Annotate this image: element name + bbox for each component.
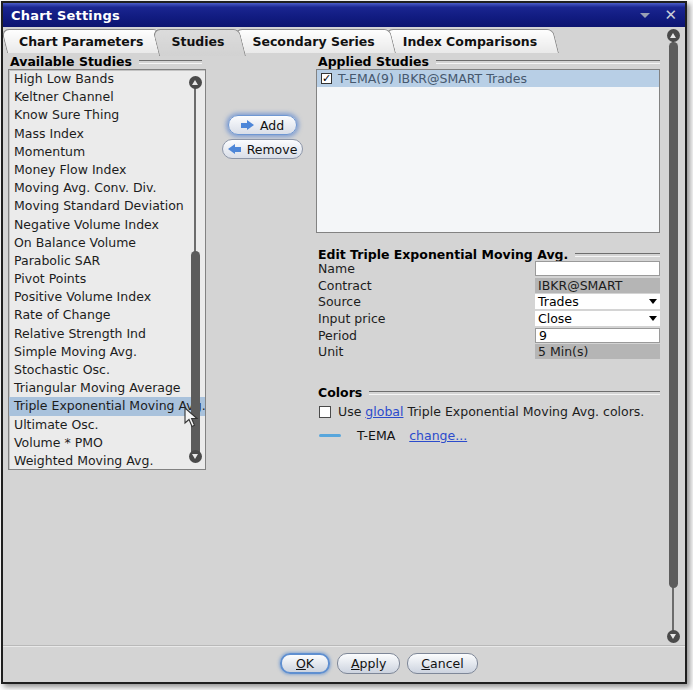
- ok-button[interactable]: OK: [280, 653, 330, 674]
- available-study-item[interactable]: Parabolic SAR: [9, 252, 205, 270]
- tab-studies[interactable]: Studies: [159, 29, 246, 53]
- t-ema-color-swatch: [319, 434, 341, 437]
- apply-button[interactable]: Apply: [337, 653, 400, 674]
- scroll-down-icon[interactable]: [189, 450, 202, 463]
- tab-index-comparisons[interactable]: Index Comparisons: [391, 29, 559, 53]
- field-label: Contract: [318, 278, 535, 293]
- global-link[interactable]: global: [365, 404, 403, 419]
- form-row: Unit5 Min(s): [318, 343, 660, 360]
- available-study-item[interactable]: Volume * PMO: [9, 434, 205, 452]
- field-label: Input price: [318, 311, 535, 326]
- scroll-down-icon[interactable]: [667, 630, 680, 643]
- use-global-checkbox[interactable]: [319, 406, 331, 418]
- available-study-item[interactable]: Rate of Change: [9, 306, 205, 324]
- available-study-item[interactable]: Pivot Points: [9, 270, 205, 288]
- form-row: Input priceClose: [318, 310, 660, 327]
- available-study-item[interactable]: Stochastic Osc.: [9, 361, 205, 379]
- scroll-up-icon[interactable]: [189, 76, 202, 89]
- available-study-item[interactable]: Moving Standard Deviation: [9, 197, 205, 215]
- applied-studies-list[interactable]: ✓T-EMA(9) IBKR@SMART Trades: [316, 69, 660, 233]
- available-study-item[interactable]: Simple Moving Avg.: [9, 343, 205, 361]
- form-row: Period9: [318, 327, 660, 344]
- chevron-down-icon[interactable]: [649, 316, 657, 321]
- available-studies-list[interactable]: High Low BandsKeltner ChannelKnow Sure T…: [8, 69, 206, 470]
- dialog-scrollbar[interactable]: [666, 29, 681, 643]
- remove-button[interactable]: Remove: [222, 139, 303, 159]
- chart-settings-dialog: Chart Settings ✕ Chart Parameters Studie…: [1, 1, 687, 684]
- study-enabled-checkbox[interactable]: ✓: [321, 73, 332, 84]
- source-field[interactable]: Trades: [535, 294, 660, 309]
- colors-heading: Colors: [318, 385, 660, 400]
- available-study-item[interactable]: Ultimate Osc.: [9, 416, 205, 434]
- field-label: Period: [318, 328, 535, 343]
- field-label: Source: [318, 294, 535, 309]
- available-study-item[interactable]: Moving Avg. Conv. Div.: [9, 179, 205, 197]
- available-study-item[interactable]: Relative Strength Ind: [9, 325, 205, 343]
- available-study-item[interactable]: Know Sure Thing: [9, 106, 205, 124]
- available-studies-heading: Available Studies: [10, 54, 202, 69]
- tab-bar: Chart Parameters Studies Secondary Serie…: [7, 28, 665, 53]
- input-price-field[interactable]: Close: [535, 311, 660, 326]
- arrow-right-icon: [241, 120, 254, 130]
- available-study-item[interactable]: Weighted Moving Avg.: [9, 452, 205, 470]
- add-button[interactable]: Add: [228, 115, 297, 135]
- window-menu-caret-icon[interactable]: [640, 13, 650, 18]
- arrow-left-icon: [228, 144, 241, 154]
- footer-buttons: OK Apply Cancel: [280, 653, 478, 674]
- change-color-link[interactable]: change...: [409, 428, 467, 443]
- form-row: Name: [318, 260, 660, 277]
- available-study-item[interactable]: Positive Volume Index: [9, 288, 205, 306]
- form-row: SourceTrades: [318, 293, 660, 310]
- available-study-item[interactable]: Triple Exponential Moving Avg.: [9, 397, 205, 415]
- tab-secondary-series[interactable]: Secondary Series: [240, 29, 396, 53]
- scroll-up-icon[interactable]: [667, 29, 680, 42]
- contract-field: IBKR@SMART: [535, 278, 660, 293]
- close-icon[interactable]: ✕: [664, 8, 677, 23]
- unit-field: 5 Min(s): [535, 344, 660, 359]
- scrollbar-thumb[interactable]: [669, 42, 678, 588]
- form-row: ContractIBKR@SMART: [318, 277, 660, 294]
- series-label: T-EMA: [357, 428, 395, 443]
- cancel-button[interactable]: Cancel: [407, 653, 477, 674]
- field-label: Name: [318, 261, 535, 276]
- series-color-row: T-EMA change...: [319, 428, 467, 443]
- footer-separator: [3, 645, 685, 647]
- chevron-down-icon[interactable]: [649, 299, 657, 304]
- title-bar: Chart Settings ✕: [3, 3, 685, 27]
- available-study-item[interactable]: High Low Bands: [9, 70, 205, 88]
- tab-chart-parameters[interactable]: Chart Parameters: [7, 29, 165, 53]
- mouse-cursor-icon: [184, 407, 199, 428]
- applied-studies-heading: Applied Studies: [318, 54, 660, 69]
- use-global-label: Use global Triple Exponential Moving Avg…: [338, 404, 644, 419]
- edit-form: NameContractIBKR@SMARTSourceTradesInput …: [318, 260, 660, 360]
- available-study-item[interactable]: Negative Volume Index: [9, 216, 205, 234]
- field-label: Unit: [318, 344, 535, 359]
- period-field[interactable]: 9: [535, 328, 660, 343]
- available-study-item[interactable]: Keltner Channel: [9, 88, 205, 106]
- use-global-colors-row: Use global Triple Exponential Moving Avg…: [319, 404, 644, 419]
- applied-study-item[interactable]: ✓T-EMA(9) IBKR@SMART Trades: [317, 70, 659, 87]
- name-field[interactable]: [535, 261, 660, 276]
- available-study-item[interactable]: Triangular Moving Average: [9, 379, 205, 397]
- available-study-item[interactable]: Momentum: [9, 143, 205, 161]
- available-study-item[interactable]: Money Flow Index: [9, 161, 205, 179]
- applied-study-label: T-EMA(9) IBKR@SMART Trades: [338, 71, 527, 86]
- available-study-item[interactable]: Mass Index: [9, 125, 205, 143]
- window-title: Chart Settings: [11, 8, 120, 23]
- available-study-item[interactable]: On Balance Volume: [9, 234, 205, 252]
